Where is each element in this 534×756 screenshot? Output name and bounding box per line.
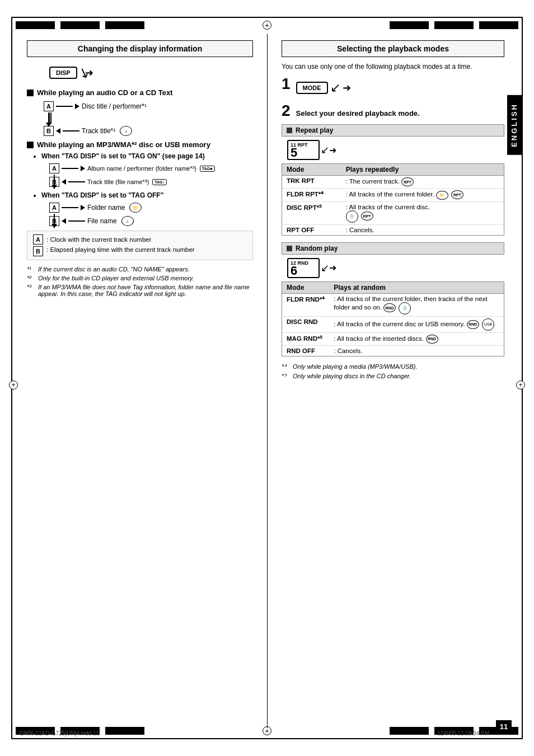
footnote-1: *¹ If the current disc is an audio CD, "… [27,266,253,273]
mp3-note: *² disc or USB memory [132,140,210,149]
tag-on-diagram: A Album name / performer (folder name*³)… [49,163,253,187]
disp-arrow: ↙ [76,63,92,82]
left-section-title: Changing the display information [78,44,202,53]
step1-num: 1 [282,76,291,92]
audio-cd-a-text: Disc title / performer*¹ [82,102,147,110]
step2-text: Select your desired playback mode. [296,109,420,118]
repeat-play-section: Repeat play 11 RPT 5 ↙ ➜ Mode Plays repe… [282,124,504,236]
right-footnote-4: *⁴ Only while playing a media (MP3/WMA/U… [282,363,504,370]
rpt-button-row: 11 RPT 5 ↙ ➜ [287,140,504,160]
random-play-heading-text: Random play [296,245,338,252]
file-icon: ♪ [121,216,134,226]
crosshair-top: + [263,21,271,30]
label-a-audio: A [44,101,54,111]
rnd-icon-2: RND [467,320,479,329]
clock-note-a-label: A [33,234,43,245]
tag-off-heading: When "TAG DISP" is set to "TAG OFF" [41,191,163,199]
repeat-mode-header: Mode [282,164,341,176]
page-border-left [11,17,12,739]
repeat-play-table: Mode Plays repeatedly TRK RPT : The curr… [282,163,504,236]
left-panel: Changing the display information DISP ↙ … [17,35,263,305]
footer-left: EN06-11KD-G725[UN]4.indd 11 [20,730,99,736]
rpt-icon-2: RPT [451,190,463,199]
tag-off-a-text: Folder name [87,204,125,212]
rpt-button-arrow2: ➜ [329,145,336,156]
tag-icon-b: TAG♪ [152,179,167,185]
table-row: DISC RPT*⁵ : All tracks of the current d… [282,201,504,224]
track-icon: ♪ [120,126,132,136]
mp3-heading: While playing an MP3/WMA*² disc or USB m… [27,140,253,149]
rnd-button-arrow2: ➜ [329,262,336,273]
random-play-table: Mode Plays at random FLDR RND*⁴ : All tr… [282,281,504,356]
rpt-button-arrow: ↙ [321,144,329,156]
random-plays-header: Plays at random [329,282,504,294]
repeat-play-heading-text: Repeat play [296,126,333,134]
folder-icon: 📁 [129,203,142,213]
left-section-title-box: Changing the display information [27,40,253,57]
page-border-right [522,17,523,739]
crosshair-left: + [9,381,18,389]
right-panel: Selecting the playback modes You can use… [271,35,514,388]
clock-note-b-text: : Elapsed playing time with the current … [46,246,195,253]
tag-icon-a: TAG■ [200,166,214,172]
disc-icon-rpt: 💿 [346,210,358,223]
tag-off-diagram: A Folder name 📁 B File name ♪ [49,203,253,226]
footer-right: 12/6/05 12:19:34 PM [437,730,489,736]
page-border-top [11,17,523,18]
rnd-icon-1: RND [383,303,396,312]
tag-off-section: When "TAG DISP" is set to "TAG OFF" A Fo… [32,191,253,226]
random-play-section: Random play 12 RND 6 ↙ ➜ Mode Plays at r… [282,242,504,356]
rpt-icon-1: RPT [401,177,414,186]
tag-on-section: When "TAG DISP" is set to "TAG ON" (see … [32,152,253,187]
tag-on-a-text: Album name / performer (folder name*³) [87,165,196,172]
intro-text: You can use only one of the following pl… [282,63,504,71]
rnd-button-row: 12 RND 6 ↙ ➜ [287,258,504,278]
repeat-plays-header: Plays repeatedly [341,164,504,176]
footnote-2: *² Only for the built-in CD player and e… [27,275,253,281]
table-row: RPT OFF : Cancels. [282,224,504,235]
center-divider [267,34,268,728]
disp-button-diagram: DISP ↙ ➜ [49,65,253,81]
table-row: RND OFF : Cancels. [282,345,504,356]
step-2-row: 2 Select your desired playback mode. [282,102,504,120]
usb-icon: USB [482,318,494,331]
audio-cd-b-text: Track title*¹ [82,127,115,135]
clock-note-b-label: B [33,246,43,256]
rnd-icon-3: RND [426,335,438,344]
rnd-button-arrow: ↙ [321,262,329,274]
language-tab: ENGLISH [507,95,522,155]
right-section-title-box: Selecting the playback modes [282,40,504,57]
clock-note-a-text: : Clock with the current track number [46,236,151,243]
mode-arrow2: ➜ [343,82,351,94]
table-row: TRK RPT : The current track. RPT [282,176,504,189]
right-section-title: Selecting the playback modes [337,44,449,53]
table-row: DISC RND : All tracks of the current dis… [282,316,504,332]
top-bar: + [16,21,518,29]
page-number-badge: 11 [496,720,512,732]
folder-icon-rpt: 📁 [436,191,448,200]
label-a-tagon: A [49,163,59,173]
audio-cd-heading: While playing an audio CD or a CD Text [27,88,253,97]
rpt-button-num: 5 [291,147,297,159]
rnd-button-num: 6 [291,265,297,277]
mode-button: MODE [296,82,328,94]
disc-rnd-1: 💿 [399,302,411,314]
table-row: FLDR RND*⁴ : All tracks of the current f… [282,293,504,316]
table-row: MAG RND*⁵ : All tracks of the inserted d… [282,332,504,345]
repeat-play-heading-bar: Repeat play [282,124,504,137]
crosshair-right: + [516,381,525,389]
right-footnotes: *⁴ Only while playing a media (MP3/WMA/U… [282,363,504,380]
footnote-3: *³ If an MP3/WMA file does not have Tag … [27,284,253,297]
page-border-bottom [11,738,523,739]
step-1: 1 MODE ↙ ➜ [282,76,504,95]
table-row: FLDR RPT*⁴ : All tracks of the current f… [282,189,504,202]
random-mode-header: Mode [282,282,329,294]
rpt-icon-3: RPT [361,212,373,220]
tag-on-b-text: Track title (file name*³) [87,179,149,185]
tag-on-heading: When "TAG DISP" is set to "TAG ON" (see … [41,152,205,160]
label-b-audio: B [44,126,54,136]
mp3-heading-text: While playing an [37,140,96,149]
clock-notes: A : Clock with the current track number … [27,231,253,260]
random-play-heading-bar: Random play [282,242,504,255]
label-a-tagoff: A [49,203,59,213]
